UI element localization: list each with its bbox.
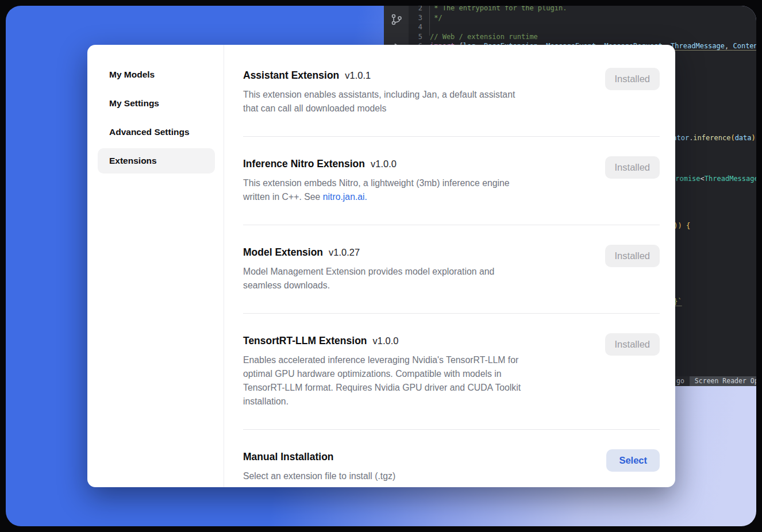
- line-number: 5: [409, 32, 430, 42]
- extension-row: TensortRT-LLM Extensionv1.0.0 Enables ac…: [243, 333, 660, 408]
- sidebar-item-extensions[interactable]: Extensions: [98, 148, 215, 174]
- line-number: 2: [409, 6, 430, 13]
- select-file-button[interactable]: Select: [606, 449, 660, 472]
- extension-name: Model Extension: [243, 246, 323, 258]
- extensions-panel: Assistant Extensionv1.0.1 This extension…: [224, 45, 675, 487]
- installed-button[interactable]: Installed: [605, 245, 660, 267]
- extension-version: v1.0.0: [373, 336, 399, 346]
- line-number: 3: [409, 13, 430, 23]
- status-left-text: go: [676, 376, 684, 386]
- extension-description: Enables accelerated inference leveraging…: [243, 353, 579, 408]
- extension-description: Model Management Extension provides mode…: [243, 265, 579, 292]
- row-divider: [243, 136, 660, 137]
- code-line: 3 */: [409, 13, 756, 23]
- sidebar-item-advanced-settings[interactable]: Advanced Settings: [98, 119, 215, 145]
- extension-title: Model Extensionv1.0.27: [243, 245, 579, 260]
- sidebar-item-my-models[interactable]: My Models: [98, 62, 215, 87]
- installed-button[interactable]: Installed: [605, 156, 660, 179]
- nitro-jan-ai-link[interactable]: nitro.jan.ai.: [323, 192, 367, 202]
- extension-name: TensortRT-LLM Extension: [243, 335, 367, 346]
- row-divider: [243, 225, 660, 225]
- extension-title: Inference Nitro Extensionv1.0.0: [243, 156, 579, 171]
- extension-name: Manual Installation: [243, 451, 334, 462]
- extension-version: v1.0.0: [371, 159, 397, 169]
- status-screen-reader-item: Screen Reader Optimized: [690, 376, 756, 386]
- extension-title: Manual Installation: [243, 449, 579, 464]
- settings-sidebar: My ModelsMy SettingsAdvanced SettingsExt…: [87, 45, 224, 487]
- row-divider: [243, 313, 660, 314]
- settings-modal: My ModelsMy SettingsAdvanced SettingsExt…: [87, 45, 675, 487]
- installed-button[interactable]: Installed: [605, 68, 660, 90]
- extension-title: Assistant Extensionv1.0.1: [243, 68, 579, 83]
- extension-row: Manual Installation Select an extension …: [243, 449, 660, 483]
- extension-version: v1.0.27: [329, 247, 360, 257]
- code-fragment: Promise<ThreadMessage>: [671, 174, 756, 184]
- extension-title: TensortRT-LLM Extensionv1.0.0: [243, 333, 579, 348]
- row-divider: [243, 429, 660, 430]
- installed-button[interactable]: Installed: [605, 333, 660, 356]
- extension-row: Model Extensionv1.0.27 Model Management …: [243, 245, 660, 292]
- code-line: 4: [409, 22, 756, 32]
- source-control-icon: [390, 13, 403, 29]
- extension-row: Assistant Extensionv1.0.1 This extension…: [243, 68, 660, 115]
- code-fragment: rator.inference(data));: [668, 133, 756, 143]
- code-line: 5// Web / extension runtime: [409, 32, 756, 42]
- hero-card: 2 * The entrypoint for the plugin.3 */45…: [6, 6, 756, 526]
- line-number: 4: [409, 22, 430, 32]
- sidebar-item-my-settings[interactable]: My Settings: [98, 91, 215, 116]
- code-pane: 2 * The entrypoint for the plugin.3 */45…: [409, 6, 756, 51]
- extension-description: This extension enables assistants, inclu…: [243, 88, 579, 115]
- extension-description: This extension embeds Nitro, a lightweig…: [243, 176, 579, 204]
- extension-name: Assistant Extension: [243, 70, 339, 81]
- extension-description: Select an extension file to install (.tg…: [243, 469, 579, 483]
- extension-version: v1.0.1: [345, 70, 371, 80]
- extension-name: Inference Nitro Extension: [243, 158, 365, 169]
- code-line: 2 * The entrypoint for the plugin.: [409, 6, 756, 13]
- extension-row: Inference Nitro Extensionv1.0.0 This ext…: [243, 156, 660, 204]
